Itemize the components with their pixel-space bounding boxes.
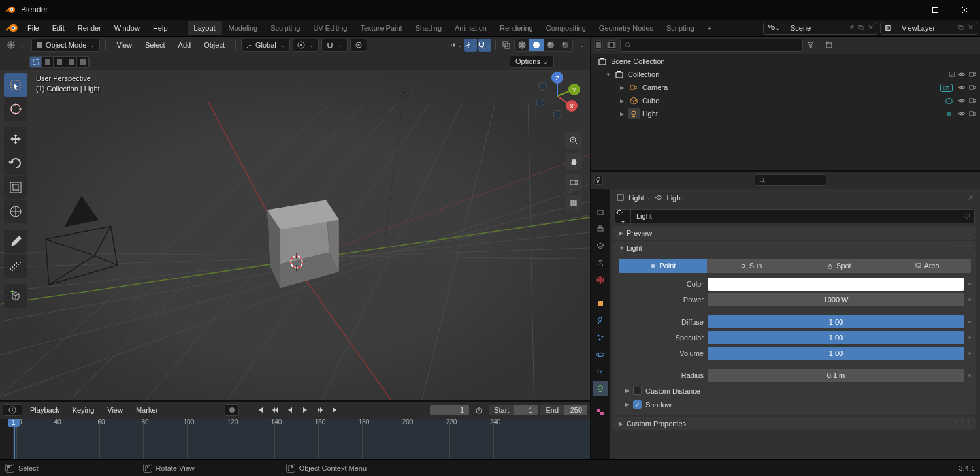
menu-window[interactable]: Window (108, 22, 146, 35)
select-mode-intersect[interactable] (77, 57, 89, 67)
panel-light-header[interactable]: ▼Light⋮⋮⋮⋮ (613, 241, 976, 255)
overlay-toggle[interactable] (478, 39, 491, 52)
tool-rotate[interactable] (4, 151, 27, 175)
tab-object[interactable] (593, 296, 608, 311)
3d-viewport[interactable]: User Perspective (1) Collection | Light … (0, 70, 590, 400)
proportional-edit-button[interactable] (350, 39, 367, 52)
maximize-button[interactable] (920, 0, 950, 20)
light-volume-slider[interactable]: 1.00 (708, 347, 964, 360)
select-mode-invert[interactable] (65, 57, 77, 67)
animate-dot[interactable] (968, 374, 971, 377)
animate-dot[interactable] (968, 283, 971, 285)
visibility-toggle-icon[interactable] (958, 84, 966, 91)
properties-search-input[interactable] (755, 174, 826, 186)
delete-icon[interactable]: ✕ (966, 24, 975, 32)
outliner-display-dropdown[interactable] (607, 40, 616, 50)
workspace-tab-rendering[interactable]: Rendering (493, 21, 540, 35)
play-reverse-button[interactable] (283, 404, 297, 416)
light-type-sun[interactable]: Sun (707, 259, 795, 273)
viewport-menu-view[interactable]: View (111, 41, 137, 49)
viewport-menu-object[interactable]: Object (199, 41, 230, 49)
mode-dropdown[interactable]: Object Mode (31, 39, 100, 52)
select-mode-new[interactable] (30, 57, 42, 67)
tab-viewlayer[interactable] (593, 238, 608, 254)
outliner-item-camera[interactable]: ▶ Camera (591, 81, 980, 94)
light-datablock-field[interactable]: ⌄ Light 🛡︎ (615, 209, 975, 223)
copy-icon[interactable]: ⧉ (857, 24, 866, 32)
tool-add-cube[interactable]: + (4, 284, 27, 308)
workspace-add-button[interactable]: + (701, 21, 718, 35)
close-button[interactable] (950, 0, 980, 20)
fake-user-icon[interactable]: 🛡︎ (958, 212, 974, 220)
start-frame-field[interactable]: Start1 (489, 405, 538, 415)
tab-data-light[interactable] (593, 381, 608, 396)
menu-help[interactable]: Help (146, 22, 174, 35)
outliner-item-light[interactable]: ▶ Light (591, 107, 980, 120)
select-mode-extend[interactable] (42, 57, 54, 67)
pan-button[interactable] (565, 153, 582, 170)
timeline-marker-menu[interactable]: Marker (131, 405, 163, 415)
disclosure-triangle-icon[interactable]: ▶ (620, 85, 628, 91)
shading-solid[interactable] (529, 39, 544, 51)
perspective-toggle-button[interactable] (565, 195, 582, 212)
light-type-spot[interactable]: Spot (795, 259, 883, 273)
jump-end-button[interactable] (328, 404, 342, 416)
workspace-tab-layout[interactable]: Layout (188, 21, 222, 35)
subpanel-shadow[interactable]: ▶ Shadow (613, 398, 976, 411)
tool-scale[interactable] (4, 176, 27, 199)
data-mesh-icon[interactable] (945, 97, 953, 104)
camera-view-button[interactable] (565, 174, 582, 191)
workspace-tab-sculpting[interactable]: Sculpting (264, 21, 306, 35)
visibility-dropdown[interactable] (449, 39, 463, 52)
minimize-button[interactable] (890, 0, 920, 20)
custom-distance-checkbox[interactable] (633, 387, 642, 395)
exclude-checkbox[interactable]: ☑ (949, 71, 955, 79)
tab-render[interactable] (593, 204, 608, 220)
outliner-item-cube[interactable]: ▶ Cube (591, 94, 980, 107)
shading-material[interactable] (544, 39, 558, 51)
viewlayer-selector[interactable]: 🖼︎ ViewLayer ⧉✕ (880, 22, 977, 35)
light-color-field[interactable] (708, 278, 964, 291)
animate-dot[interactable] (968, 298, 971, 301)
animate-dot[interactable] (968, 336, 971, 339)
select-mode-subtract[interactable] (54, 57, 65, 67)
timeline-playback-menu[interactable]: Playback (25, 405, 65, 415)
workspace-tab-animation[interactable]: Animation (448, 21, 493, 35)
workspace-tab-scripting[interactable]: Scripting (660, 21, 701, 35)
visibility-toggle-icon[interactable] (958, 71, 966, 79)
pivot-dropdown[interactable] (293, 39, 319, 52)
light-radius-field[interactable]: 0.1 m (708, 369, 964, 382)
disclosure-triangle-icon[interactable]: ▶ (620, 98, 628, 104)
workspace-tab-uvediting[interactable]: UV Editing (306, 21, 353, 35)
light-diffuse-slider[interactable]: 1.00 (708, 315, 964, 328)
shadow-checkbox[interactable] (633, 400, 642, 409)
tool-annotate[interactable] (4, 230, 27, 253)
autokey-toggle[interactable] (225, 404, 239, 416)
tab-particles[interactable] (593, 330, 608, 345)
blender-logo-icon[interactable] (5, 22, 18, 35)
pin-icon[interactable]: 📌︎ (845, 24, 857, 32)
light-type-area[interactable]: Area (883, 259, 971, 273)
data-light-icon[interactable] (945, 110, 953, 118)
pin-icon[interactable]: 📌︎ (966, 194, 973, 202)
workspace-tab-shading[interactable]: Shading (409, 21, 448, 35)
render-toggle-icon[interactable] (968, 71, 976, 79)
tab-scene[interactable] (593, 255, 608, 271)
disclosure-triangle-icon[interactable]: ▼ (606, 72, 613, 78)
outliner-search-input[interactable] (620, 39, 803, 52)
light-power-field[interactable]: 1000 W (708, 293, 964, 306)
gizmo-toggle[interactable] (464, 39, 477, 52)
tool-cursor[interactable] (4, 97, 27, 121)
visibility-toggle-icon[interactable] (958, 110, 966, 118)
light-type-point[interactable]: Point (619, 259, 707, 273)
orientation-dropdown[interactable]: Global (241, 39, 290, 52)
subpanel-custom-distance[interactable]: ▶ Custom Distance (613, 384, 976, 398)
tool-transform[interactable] (4, 200, 27, 223)
render-toggle-icon[interactable] (968, 110, 976, 118)
snap-dropdown[interactable] (321, 39, 348, 52)
current-frame-field[interactable]: 1 (430, 405, 469, 415)
outliner-filter-button[interactable] (807, 41, 821, 49)
viewport-menu-select[interactable]: Select (140, 41, 171, 49)
navigation-gizmo[interactable]: X Y Z (531, 70, 583, 122)
breadcrumb-data[interactable]: Light (667, 194, 683, 202)
